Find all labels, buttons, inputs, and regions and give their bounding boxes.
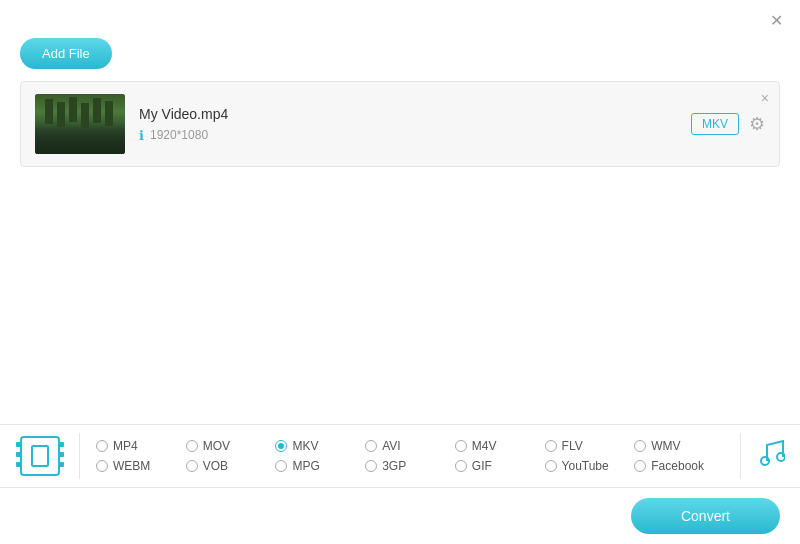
convert-button[interactable]: Convert — [631, 498, 780, 534]
radio-youtube[interactable] — [545, 460, 557, 472]
video-format-icon-area[interactable] — [0, 433, 80, 479]
file-item: My Video.mp4 ℹ 1920*1080 MKV ⚙ — [35, 94, 765, 154]
radio-mpg[interactable] — [275, 460, 287, 472]
format-option-mkv[interactable]: MKV — [275, 439, 365, 453]
add-file-button[interactable]: Add File — [20, 38, 112, 69]
format-label-m4v: M4V — [472, 439, 497, 453]
settings-icon[interactable]: ⚙ — [749, 113, 765, 135]
radio-mov[interactable] — [186, 440, 198, 452]
format-option-gif[interactable]: GIF — [455, 459, 545, 473]
format-label-gif: GIF — [472, 459, 492, 473]
format-label-mov: MOV — [203, 439, 230, 453]
format-section: MP4 MOV MKV AVI M4V FLV — [0, 425, 800, 487]
radio-3gp[interactable] — [365, 460, 377, 472]
radio-webm[interactable] — [96, 460, 108, 472]
radio-mp4[interactable] — [96, 440, 108, 452]
radio-avi[interactable] — [365, 440, 377, 452]
film-inner — [31, 445, 49, 467]
main-content — [0, 167, 800, 387]
format-label-facebook: Facebook — [651, 459, 704, 473]
format-option-mpg[interactable]: MPG — [275, 459, 365, 473]
radio-mkv[interactable] — [275, 440, 287, 452]
format-label-flv: FLV — [562, 439, 583, 453]
format-options: MP4 MOV MKV AVI M4V FLV — [80, 433, 740, 479]
info-icon: ℹ — [139, 128, 144, 143]
format-label-youtube: YouTube — [562, 459, 609, 473]
format-option-webm[interactable]: WEBM — [96, 459, 186, 473]
film-icon — [20, 436, 60, 476]
file-resolution: 1920*1080 — [150, 128, 208, 142]
music-note-icon — [757, 437, 785, 475]
format-option-mov[interactable]: MOV — [186, 439, 276, 453]
format-label-webm: WEBM — [113, 459, 150, 473]
format-option-facebook[interactable]: Facebook — [634, 459, 724, 473]
file-name: My Video.mp4 — [139, 106, 677, 122]
file-actions: MKV ⚙ — [691, 113, 765, 135]
radio-m4v[interactable] — [455, 440, 467, 452]
format-option-mp4[interactable]: MP4 — [96, 439, 186, 453]
file-remove-button[interactable]: × — [761, 90, 769, 106]
format-option-m4v[interactable]: M4V — [455, 439, 545, 453]
file-list: My Video.mp4 ℹ 1920*1080 MKV ⚙ × — [20, 81, 780, 167]
format-option-avi[interactable]: AVI — [365, 439, 455, 453]
file-meta: ℹ 1920*1080 — [139, 128, 677, 143]
format-option-3gp[interactable]: 3GP — [365, 459, 455, 473]
format-option-wmv[interactable]: WMV — [634, 439, 724, 453]
format-label-mp4: MP4 — [113, 439, 138, 453]
radio-facebook[interactable] — [634, 460, 646, 472]
format-label-mpg: MPG — [292, 459, 319, 473]
radio-flv[interactable] — [545, 440, 557, 452]
format-label-3gp: 3GP — [382, 459, 406, 473]
file-info: My Video.mp4 ℹ 1920*1080 — [139, 106, 677, 143]
title-bar: ✕ — [0, 0, 800, 34]
close-window-button[interactable]: ✕ — [766, 10, 786, 30]
format-badge[interactable]: MKV — [691, 113, 739, 135]
format-label-vob: VOB — [203, 459, 228, 473]
format-label-mkv: MKV — [292, 439, 318, 453]
radio-gif[interactable] — [455, 460, 467, 472]
format-option-flv[interactable]: FLV — [545, 439, 635, 453]
radio-wmv[interactable] — [634, 440, 646, 452]
format-label-avi: AVI — [382, 439, 400, 453]
convert-row: Convert — [0, 487, 800, 544]
header: Add File — [0, 34, 800, 81]
radio-vob[interactable] — [186, 460, 198, 472]
format-option-vob[interactable]: VOB — [186, 459, 276, 473]
thumbnail-image — [35, 94, 125, 154]
file-thumbnail — [35, 94, 125, 154]
audio-format-icon-area[interactable] — [740, 433, 800, 479]
format-label-wmv: WMV — [651, 439, 680, 453]
bottom-toolbar: MP4 MOV MKV AVI M4V FLV — [0, 424, 800, 544]
format-option-youtube[interactable]: YouTube — [545, 459, 635, 473]
